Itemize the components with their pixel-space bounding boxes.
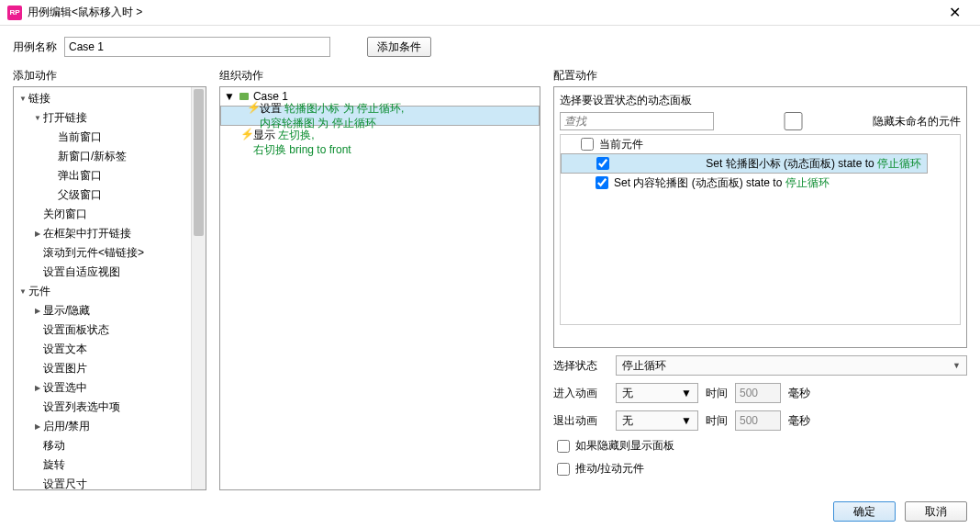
left-scrollbar[interactable] xyxy=(191,87,206,489)
tree-item[interactable]: ▼链接 xyxy=(14,89,206,108)
tree-item[interactable]: ▶设置选中 xyxy=(14,378,206,398)
select-state-label: 选择状态 xyxy=(553,358,608,374)
chevron-right-icon: ▶ xyxy=(32,230,43,238)
tree-item[interactable]: 设置列表选中项 xyxy=(14,398,206,417)
chevron-down-icon: ▼ xyxy=(681,387,692,399)
tree-item[interactable]: ▶在框架中打开链接 xyxy=(14,224,206,243)
state-select[interactable]: 停止循环 ▼ xyxy=(616,355,967,376)
tree-item-label: 设置图片 xyxy=(43,361,87,376)
tree-item-label: 设置文本 xyxy=(43,342,87,357)
show-if-hidden-checkbox[interactable] xyxy=(557,440,570,453)
action-item[interactable]: ⚡显示 左切换,右切换 bring to front xyxy=(220,126,540,161)
push-pull-checkbox[interactable] xyxy=(557,463,570,476)
tree-item-label: 关闭窗口 xyxy=(43,207,87,222)
ms-label: 毫秒 xyxy=(788,413,810,429)
tree-item-label: 设置尺寸 xyxy=(43,477,87,490)
add-condition-button[interactable]: 添加条件 xyxy=(367,37,431,57)
hide-unnamed-label: 隐藏未命名的元件 xyxy=(873,114,961,129)
tree-item[interactable]: 父级窗口 xyxy=(14,185,206,205)
anim-in-label: 进入动画 xyxy=(553,386,608,401)
tree-item[interactable]: 移动 xyxy=(14,436,206,455)
time-out-input xyxy=(735,410,781,431)
chevron-down-icon: ▼ xyxy=(681,414,692,427)
tree-item-label: 链接 xyxy=(28,91,50,107)
select-panel-label: 选择要设置状态的动态面板 xyxy=(560,93,961,108)
bolt-icon: ⚡ xyxy=(247,101,260,130)
tree-item[interactable]: 当前窗口 xyxy=(14,128,206,147)
anim-out-select[interactable]: 无▼ xyxy=(616,410,698,431)
tree-item[interactable]: ▼打开链接 xyxy=(14,108,206,128)
tree-item[interactable]: 设置自适应视图 xyxy=(14,263,206,282)
anim-in-select[interactable]: 无▼ xyxy=(616,383,698,403)
chevron-right-icon: ▶ xyxy=(32,384,43,392)
show-if-hidden-label: 如果隐藏则显示面板 xyxy=(575,438,674,454)
state-value: 停止循环 xyxy=(622,358,666,374)
tree-item-label: 设置选中 xyxy=(43,380,87,396)
tree-item[interactable]: ▼元件 xyxy=(14,282,206,301)
action-text: 显示 左切换,右切换 bring to front xyxy=(253,128,351,157)
configure-action-title: 配置动作 xyxy=(553,64,967,86)
tree-item-label: 当前窗口 xyxy=(58,129,102,145)
list-item-label: 当前元件 xyxy=(599,137,643,152)
tree-item[interactable]: ▶显示/隐藏 xyxy=(14,301,206,320)
list-item-label: Set 轮播图小标 (动态面板) state to 停止循环 xyxy=(706,156,921,172)
case-name-label: 用例名称 xyxy=(13,39,57,55)
list-item[interactable]: Set 轮播图小标 (动态面板) state to 停止循环 xyxy=(561,153,928,174)
tree-item-label: 打开链接 xyxy=(43,110,87,126)
organize-action-title: 组织动作 xyxy=(219,64,540,86)
tree-item-label: 设置自适应视图 xyxy=(43,264,120,280)
tree-item[interactable]: ▶启用/禁用 xyxy=(14,417,206,436)
tree-item[interactable]: 旋转 xyxy=(14,455,206,475)
time-in-input xyxy=(735,383,781,403)
ms-label: 毫秒 xyxy=(788,386,810,401)
tree-item-label: 设置面板状态 xyxy=(43,322,109,338)
bolt-icon: ⚡ xyxy=(240,128,253,157)
search-input[interactable] xyxy=(560,112,714,130)
tree-item-label: 弹出窗口 xyxy=(58,168,102,184)
time-out-label: 时间 xyxy=(706,413,728,429)
tree-item-label: 元件 xyxy=(28,284,50,299)
tree-item[interactable]: 弹出窗口 xyxy=(14,166,206,185)
ok-button[interactable]: 确定 xyxy=(833,501,896,522)
hide-unnamed-checkbox[interactable] xyxy=(721,112,866,130)
action-item[interactable]: ⚡设置 轮播图小标 为 停止循环,内容轮播图 为 停止循环 xyxy=(220,106,540,126)
tree-item-label: 父级窗口 xyxy=(58,187,102,203)
tree-item[interactable]: 滚动到元件<锚链接> xyxy=(14,243,206,263)
chevron-right-icon: ▶ xyxy=(32,422,43,431)
svg-rect-0 xyxy=(239,93,249,100)
tree-item-label: 启用/禁用 xyxy=(43,419,90,434)
anim-out-label: 退出动画 xyxy=(553,413,608,429)
tree-item-label: 显示/隐藏 xyxy=(43,303,90,319)
action-text: 设置 轮播图小标 为 停止循环,内容轮播图 为 停止循环 xyxy=(260,101,404,130)
tree-item-label: 新窗口/新标签 xyxy=(58,149,127,164)
list-item-label: Set 内容轮播图 (动态面板) state to 停止循环 xyxy=(614,175,830,191)
tree-item[interactable]: 设置文本 xyxy=(14,340,206,359)
tree-item[interactable]: 新窗口/新标签 xyxy=(14,147,206,166)
tree-item[interactable]: 设置面板状态 xyxy=(14,320,206,340)
tree-item-label: 滚动到元件<锚链接> xyxy=(43,245,144,261)
chevron-right-icon: ▶ xyxy=(32,307,43,315)
tree-item-label: 设置列表选中项 xyxy=(43,399,120,415)
tree-item-label: 旋转 xyxy=(43,457,65,473)
cancel-button[interactable]: 取消 xyxy=(905,501,967,522)
list-item-checkbox[interactable] xyxy=(596,176,608,189)
chevron-down-icon: ▼ xyxy=(952,361,961,370)
time-in-label: 时间 xyxy=(706,386,728,401)
case-name-input[interactable] xyxy=(64,37,330,57)
close-icon[interactable]: ✕ xyxy=(936,4,973,21)
tree-item[interactable]: 关闭窗口 xyxy=(14,205,206,224)
tree-item[interactable]: 设置图片 xyxy=(14,359,206,378)
tree-item[interactable]: 设置尺寸 xyxy=(14,475,206,490)
list-item[interactable]: Set 内容轮播图 (动态面板) state to 停止循环 xyxy=(561,174,960,192)
window-title: 用例编辑<鼠标移入时 > xyxy=(28,5,936,20)
tree-item-label: 在框架中打开链接 xyxy=(43,226,131,242)
chevron-down-icon: ▼ xyxy=(32,114,43,122)
list-item-checkbox[interactable] xyxy=(581,138,594,151)
push-pull-label: 推动/拉动元件 xyxy=(575,461,644,477)
chevron-down-icon: ▼ xyxy=(17,95,28,103)
add-action-title: 添加动作 xyxy=(13,64,206,86)
list-item-checkbox[interactable] xyxy=(596,157,609,170)
list-item[interactable]: 当前元件 xyxy=(561,135,960,153)
chevron-down-icon: ▼ xyxy=(17,287,28,296)
app-icon: RP xyxy=(7,6,22,20)
